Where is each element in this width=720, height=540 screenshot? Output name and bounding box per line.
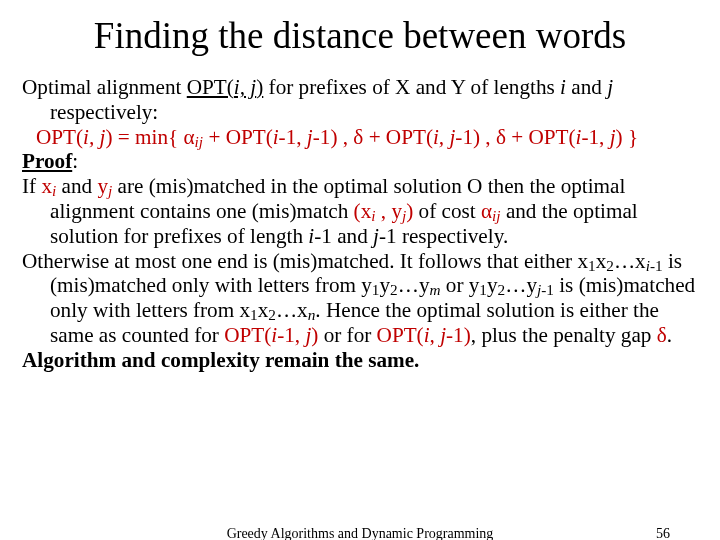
text: ij — [492, 207, 500, 224]
footer-title: Greedy Algorithms and Dynamic Programmin… — [0, 526, 720, 540]
opt-i-1-j: OPT(i-1, j) — [224, 323, 318, 347]
sub-i-minus-1: i-1 — [646, 257, 663, 274]
text: (x — [354, 199, 372, 223]
text: , plus the penalty gap — [471, 323, 657, 347]
opt-def-underline: OPT(i, j) — [187, 75, 264, 99]
text: …x — [614, 249, 646, 273]
text: OPT( — [36, 125, 83, 149]
text: -1) , δ + OPT( — [313, 125, 433, 149]
para-opt-def: Optimal alignment OPT(i, j) for prefixes… — [22, 75, 698, 125]
xi: xi — [41, 174, 56, 198]
text: m — [429, 282, 440, 299]
para-case-otherwise: Otherwise at most one end is (mis)matche… — [22, 249, 698, 348]
text: y — [487, 273, 498, 297]
text: . — [667, 323, 672, 347]
text: -1 and — [314, 224, 373, 248]
text: Otherwise at most one end is (mis)matche… — [22, 249, 588, 273]
text: or for — [318, 323, 376, 347]
text: -1 — [541, 282, 554, 299]
text: respectively: — [50, 100, 158, 124]
text: j — [607, 75, 613, 99]
para-recurrence: OPT(i, j) = min{ αij + OPT(i-1, j-1) , δ… — [22, 125, 698, 150]
text: …y — [398, 273, 430, 297]
pair-xi-yj: (xi , yj) — [354, 199, 414, 223]
text: OPT( — [224, 323, 271, 347]
text: for prefixes of X and Y of lengths — [263, 75, 560, 99]
delta: δ — [657, 323, 667, 347]
text: Proof — [22, 149, 72, 173]
text: OPT( — [377, 323, 424, 347]
text: i, j — [433, 125, 455, 149]
text: , y — [376, 199, 402, 223]
text: -1, — [279, 125, 307, 149]
slide: Finding the distance between words Optim… — [0, 0, 720, 540]
text: + OPT( — [203, 125, 273, 149]
text: and — [56, 174, 97, 198]
footer-page-number: 56 — [656, 526, 670, 540]
text: i, j — [424, 323, 446, 347]
text: ) } — [616, 125, 639, 149]
text: Algorithm and complexity remain the same… — [22, 348, 419, 372]
text: y — [379, 273, 390, 297]
text: or y — [441, 273, 480, 297]
slide-title: Finding the distance between words — [22, 14, 698, 57]
para-case-matched: If xi and yj are (mis)matched in the opt… — [22, 174, 698, 248]
text: …y — [505, 273, 537, 297]
text: -1, — [277, 323, 305, 347]
text: ij — [195, 133, 203, 150]
proof-heading: Proof: — [22, 149, 698, 174]
text: If — [22, 174, 41, 198]
text: x — [41, 174, 52, 198]
text: and — [566, 75, 607, 99]
text: 1 — [250, 307, 258, 324]
text: -1) — [446, 323, 471, 347]
text: -1, — [581, 125, 609, 149]
text: of cost — [413, 199, 481, 223]
text: …x — [276, 298, 308, 322]
text: 2 — [390, 282, 398, 299]
text: -1) , δ + OPT( — [455, 125, 575, 149]
alpha-ij: αij — [481, 199, 501, 223]
recurrence-formula: OPT(i, j) = min{ αij + OPT(i-1, j-1) , δ… — [36, 125, 638, 149]
text: x — [258, 298, 269, 322]
text: 1 — [479, 282, 487, 299]
text: 2 — [606, 257, 614, 274]
text: : — [72, 149, 78, 173]
para-algorithm-note: Algorithm and complexity remain the same… — [22, 348, 698, 373]
text: y — [97, 174, 108, 198]
sub-j-minus-1: j-1 — [537, 282, 554, 299]
text: x — [596, 249, 607, 273]
text: -1 — [650, 257, 663, 274]
text: i, j — [234, 75, 256, 99]
text: ) = min{ α — [105, 125, 194, 149]
opt-i-j-1: OPT(i, j-1) — [377, 323, 471, 347]
yj: yj — [97, 174, 112, 198]
text: -1 respectively. — [379, 224, 508, 248]
text: i, j — [83, 125, 105, 149]
text: OPT( — [187, 75, 234, 99]
text: Optimal alignment — [22, 75, 187, 99]
text: α — [481, 199, 492, 223]
text: 2 — [268, 307, 276, 324]
slide-body: Optimal alignment OPT(i, j) for prefixes… — [22, 75, 698, 373]
text: 1 — [588, 257, 596, 274]
